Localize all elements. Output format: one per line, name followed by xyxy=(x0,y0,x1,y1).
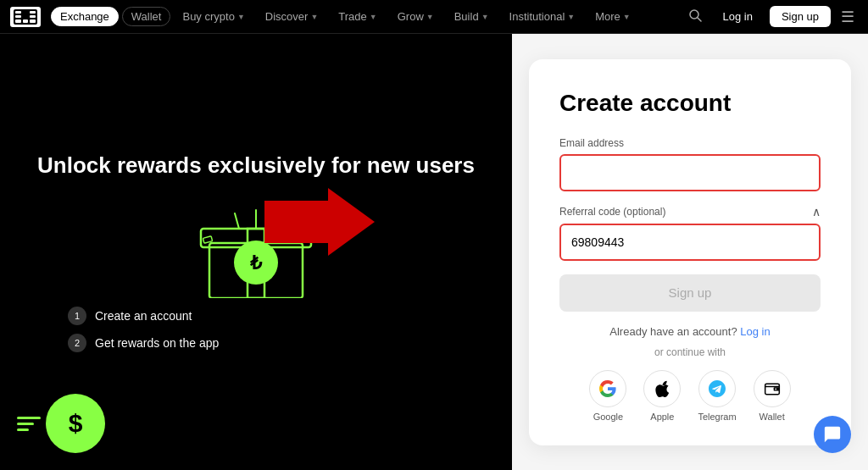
nav-tab-buy-crypto[interactable]: Buy crypto▼ xyxy=(174,7,253,26)
main-content: Unlock rewards exclusively for new users… xyxy=(0,34,868,470)
dollar-icon: $ xyxy=(17,394,105,453)
email-input[interactable] xyxy=(559,154,821,191)
nav-tab-grow[interactable]: Grow▼ xyxy=(389,7,442,26)
email-label: Email address xyxy=(559,137,821,149)
nav-tab-wallet[interactable]: Wallet xyxy=(122,7,171,26)
svg-line-1 xyxy=(698,18,701,21)
navbar: Exchange Wallet Buy crypto▼ Discover▼ Tr… xyxy=(0,0,868,34)
or-continue-text: or continue with xyxy=(559,346,821,358)
wallet-label: Wallet xyxy=(760,412,785,422)
login-button[interactable]: Log in xyxy=(712,7,762,26)
nav-tab-exchange[interactable]: Exchange xyxy=(51,7,119,26)
speed-line-2 xyxy=(17,423,34,425)
menu-icon[interactable]: ☰ xyxy=(837,4,858,30)
nav-right: Log in Sign up ☰ xyxy=(685,4,858,30)
apple-label: Apple xyxy=(650,412,674,422)
step-1-text: Create an account xyxy=(95,309,192,323)
form-card: Create account Email address Referral co… xyxy=(529,59,851,445)
nav-tab-build[interactable]: Build▼ xyxy=(446,7,498,26)
search-icon[interactable] xyxy=(685,5,705,29)
form-title: Create account xyxy=(559,90,821,117)
signup-nav-button[interactable]: Sign up xyxy=(770,6,831,27)
step-1-num: 1 xyxy=(68,307,86,325)
right-panel: Create account Email address Referral co… xyxy=(512,34,868,470)
step-2-num: 2 xyxy=(68,334,86,352)
chat-bubble[interactable] xyxy=(814,416,851,453)
nav-tab-discover[interactable]: Discover▼ xyxy=(257,7,327,26)
svg-line-7 xyxy=(235,213,239,229)
telegram-label: Telegram xyxy=(698,412,736,422)
nav-tab-institutional[interactable]: Institutional▼ xyxy=(501,7,584,26)
already-account-text: Already have an account? Log in xyxy=(559,325,821,338)
referral-label-row: Referral code (optional) ∧ xyxy=(559,205,821,218)
speed-line-1 xyxy=(17,417,41,419)
headline: Unlock rewards exclusively for new users xyxy=(37,152,475,180)
login-link[interactable]: Log in xyxy=(740,325,770,338)
nav-tab-more[interactable]: More▼ xyxy=(587,7,639,26)
step-1: 1 Create an account xyxy=(68,307,219,325)
step-2-text: Get rewards on the app xyxy=(95,336,219,350)
wallet-icon xyxy=(754,370,791,407)
speed-lines xyxy=(17,417,41,431)
referral-chevron-icon[interactable]: ∧ xyxy=(812,205,821,218)
red-arrow-svg xyxy=(264,188,375,273)
svg-text:₺: ₺ xyxy=(249,252,263,274)
step-2: 2 Get rewards on the app xyxy=(68,334,219,352)
google-icon xyxy=(589,370,626,407)
illustration: ₺ xyxy=(163,196,349,298)
signup-submit-button[interactable]: Sign up xyxy=(559,274,821,312)
speed-line-3 xyxy=(17,429,29,431)
social-buttons: Google Apple Tel xyxy=(559,370,821,422)
apple-icon xyxy=(643,370,681,407)
steps-list: 1 Create an account 2 Get rewards on the… xyxy=(68,307,219,352)
google-label: Google xyxy=(593,412,623,422)
svg-point-15 xyxy=(775,388,776,390)
google-button[interactable]: Google xyxy=(589,370,626,422)
apple-button[interactable]: Apple xyxy=(643,370,681,422)
nav-tab-trade[interactable]: Trade▼ xyxy=(330,7,385,26)
telegram-icon xyxy=(698,370,736,407)
referral-label: Referral code (optional) xyxy=(559,206,665,218)
wallet-button[interactable]: Wallet xyxy=(754,370,791,422)
left-panel: Unlock rewards exclusively for new users… xyxy=(0,34,512,470)
referral-input[interactable] xyxy=(559,224,821,261)
dollar-circle: $ xyxy=(46,394,105,453)
logo[interactable] xyxy=(10,7,41,27)
telegram-button[interactable]: Telegram xyxy=(698,370,736,422)
svg-marker-12 xyxy=(264,188,375,256)
